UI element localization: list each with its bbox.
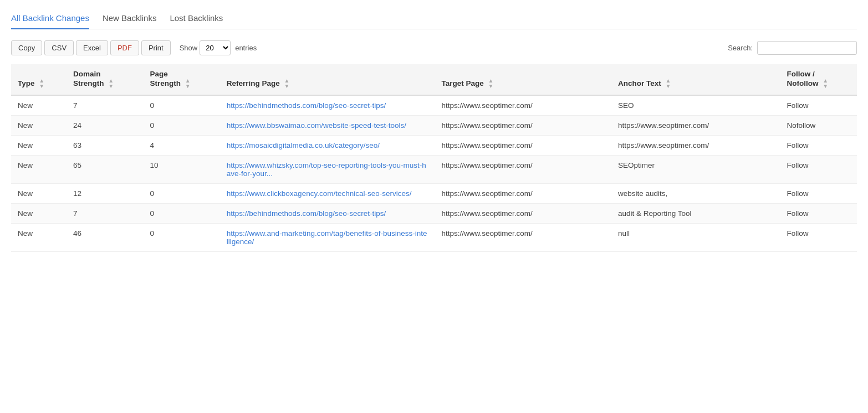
cell-follow: Follow xyxy=(780,136,857,156)
cell-type: New xyxy=(11,95,67,116)
entries-text: entries xyxy=(235,44,257,52)
referring-page-link[interactable]: https://behindmethods.com/blog/seo-secre… xyxy=(227,101,386,110)
table-row: New70https://behindmethods.com/blog/seo-… xyxy=(11,95,857,116)
cell-follow: Follow xyxy=(780,95,857,116)
table-row: New70https://behindmethods.com/blog/seo-… xyxy=(11,204,857,224)
cell-domain-strength: 7 xyxy=(67,204,143,224)
cell-type: New xyxy=(11,204,67,224)
cell-domain-strength: 12 xyxy=(67,184,143,204)
excel-button[interactable]: Excel xyxy=(76,40,108,55)
copy-button[interactable]: Copy xyxy=(11,40,42,55)
cell-referring-page[interactable]: https://www.and-marketing.com/tag/benefi… xyxy=(220,224,435,252)
table-row: New240https://www.bbswaimao.com/website-… xyxy=(11,116,857,136)
sort-icon-referring-page: ▲▼ xyxy=(284,78,290,89)
table-row: New6510https://www.whizsky.com/top-seo-r… xyxy=(11,156,857,184)
show-label: Show xyxy=(180,44,198,52)
cell-follow: Follow xyxy=(780,204,857,224)
tabs-nav: All Backlink Changes New Backlinks Lost … xyxy=(11,9,857,29)
print-button[interactable]: Print xyxy=(141,40,171,55)
cell-target-page: https://www.seoptimer.com/ xyxy=(435,224,611,252)
col-header-type[interactable]: Type ▲▼ xyxy=(11,64,67,95)
backlinks-table: Type ▲▼ DomainStrength ▲▼ PageStrength ▲… xyxy=(11,64,857,252)
table-row: New460https://www.and-marketing.com/tag/… xyxy=(11,224,857,252)
cell-referring-page[interactable]: https://behindmethods.com/blog/seo-secre… xyxy=(220,95,435,116)
col-header-page-strength[interactable]: PageStrength ▲▼ xyxy=(143,64,219,95)
cell-referring-page[interactable]: https://www.bbswaimao.com/website-speed-… xyxy=(220,116,435,136)
table-row: New120https://www.clickboxagency.com/tec… xyxy=(11,184,857,204)
cell-page-strength: 4 xyxy=(143,136,219,156)
cell-type: New xyxy=(11,184,67,204)
cell-target-page: https://www.seoptimer.com/ xyxy=(435,204,611,224)
cell-referring-page[interactable]: https://www.clickboxagency.com/technical… xyxy=(220,184,435,204)
cell-anchor-text: audit & Reporting Tool xyxy=(611,204,780,224)
tab-all-backlink-changes[interactable]: All Backlink Changes xyxy=(11,9,89,29)
cell-domain-strength: 7 xyxy=(67,95,143,116)
cell-target-page: https://www.seoptimer.com/ xyxy=(435,136,611,156)
tab-lost-backlinks[interactable]: Lost Backlinks xyxy=(170,9,223,29)
cell-page-strength: 0 xyxy=(143,95,219,116)
cell-follow: Nofollow xyxy=(780,116,857,136)
referring-page-link[interactable]: https://mosaicdigitalmedia.co.uk/categor… xyxy=(227,141,380,149)
search-area: Search: xyxy=(728,41,857,55)
cell-domain-strength: 24 xyxy=(67,116,143,136)
cell-target-page: https://www.seoptimer.com/ xyxy=(435,95,611,116)
search-label: Search: xyxy=(728,44,753,52)
backlinks-table-wrap: Type ▲▼ DomainStrength ▲▼ PageStrength ▲… xyxy=(11,64,857,252)
cell-domain-strength: 63 xyxy=(67,136,143,156)
cell-anchor-text: SEOptimer xyxy=(611,156,780,184)
cell-target-page: https://www.seoptimer.com/ xyxy=(435,156,611,184)
cell-type: New xyxy=(11,156,67,184)
sort-icon-follow: ▲▼ xyxy=(823,78,828,89)
cell-follow: Follow xyxy=(780,224,857,252)
cell-anchor-text: https://www.seoptimer.com/ xyxy=(611,136,780,156)
sort-icon-anchor-text: ▲▼ xyxy=(665,78,671,89)
referring-page-link[interactable]: https://www.bbswaimao.com/website-speed-… xyxy=(227,121,406,130)
search-input[interactable] xyxy=(757,41,857,55)
referring-page-link[interactable]: https://www.clickboxagency.com/technical… xyxy=(227,189,412,198)
cell-referring-page[interactable]: https://mosaicdigitalmedia.co.uk/categor… xyxy=(220,136,435,156)
sort-icon-domain-strength: ▲▼ xyxy=(108,78,114,89)
col-header-referring-page[interactable]: Referring Page ▲▼ xyxy=(220,64,435,95)
cell-anchor-text: null xyxy=(611,224,780,252)
cell-referring-page[interactable]: https://behindmethods.com/blog/seo-secre… xyxy=(220,204,435,224)
cell-domain-strength: 65 xyxy=(67,156,143,184)
cell-page-strength: 10 xyxy=(143,156,219,184)
csv-button[interactable]: CSV xyxy=(44,40,74,55)
col-header-anchor-text[interactable]: Anchor Text ▲▼ xyxy=(611,64,780,95)
cell-domain-strength: 46 xyxy=(67,224,143,252)
referring-page-link[interactable]: https://www.and-marketing.com/tag/benefi… xyxy=(227,229,427,246)
toolbar: Copy CSV Excel PDF Print Show 20 10 50 1… xyxy=(11,40,857,55)
col-header-target-page[interactable]: Target Page ▲▼ xyxy=(435,64,611,95)
cell-follow: Follow xyxy=(780,184,857,204)
sort-icon-target-page: ▲▼ xyxy=(488,78,494,89)
cell-anchor-text: https://www.seoptimer.com/ xyxy=(611,116,780,136)
col-header-follow[interactable]: Follow /Nofollow ▲▼ xyxy=(780,64,857,95)
cell-target-page: https://www.seoptimer.com/ xyxy=(435,116,611,136)
cell-type: New xyxy=(11,116,67,136)
referring-page-link[interactable]: https://behindmethods.com/blog/seo-secre… xyxy=(227,209,386,218)
cell-target-page: https://www.seoptimer.com/ xyxy=(435,184,611,204)
referring-page-link[interactable]: https://www.whizsky.com/top-seo-reportin… xyxy=(227,161,426,178)
cell-type: New xyxy=(11,136,67,156)
table-row: New634https://mosaicdigitalmedia.co.uk/c… xyxy=(11,136,857,156)
cell-anchor-text: website audits, xyxy=(611,184,780,204)
cell-type: New xyxy=(11,224,67,252)
cell-page-strength: 0 xyxy=(143,116,219,136)
entries-select[interactable]: 20 10 50 100 xyxy=(200,40,231,55)
pdf-button[interactable]: PDF xyxy=(110,40,139,55)
cell-page-strength: 0 xyxy=(143,204,219,224)
cell-referring-page[interactable]: https://www.whizsky.com/top-seo-reportin… xyxy=(220,156,435,184)
sort-icon-type: ▲▼ xyxy=(39,78,44,89)
col-header-domain-strength[interactable]: DomainStrength ▲▼ xyxy=(67,64,143,95)
tab-new-backlinks[interactable]: New Backlinks xyxy=(103,9,157,29)
cell-page-strength: 0 xyxy=(143,184,219,204)
sort-icon-page-strength: ▲▼ xyxy=(185,78,191,89)
cell-follow: Follow xyxy=(780,156,857,184)
cell-anchor-text: SEO xyxy=(611,95,780,116)
cell-page-strength: 0 xyxy=(143,224,219,252)
